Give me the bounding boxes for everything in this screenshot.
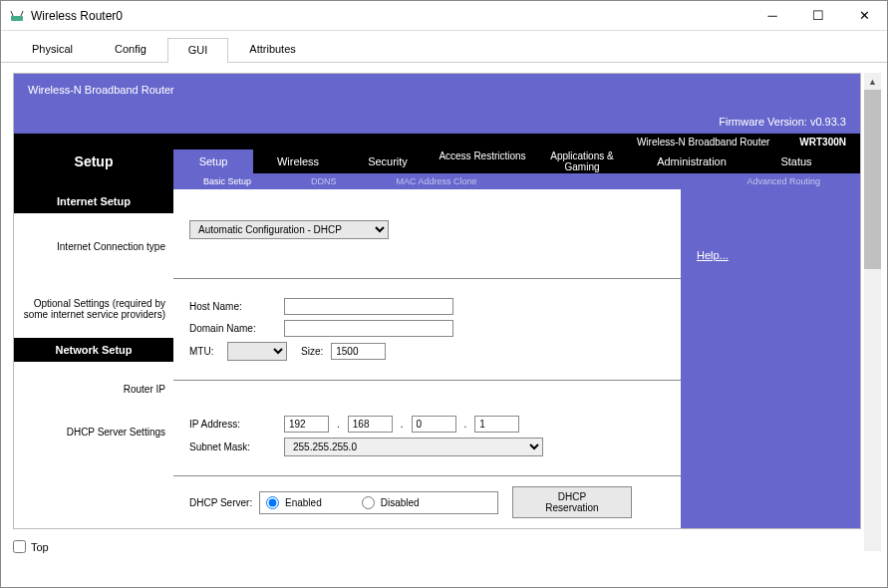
subnav-spacer bbox=[14, 173, 173, 189]
scroll-up-icon[interactable]: ▲ bbox=[864, 73, 881, 90]
ip-dot: . bbox=[464, 419, 467, 430]
tab-gui[interactable]: GUI bbox=[167, 38, 229, 63]
footer-bar: Top bbox=[13, 540, 49, 553]
nav-row: Setup Setup Wireless Security Access Res… bbox=[14, 149, 860, 173]
dhcp-disabled-radio[interactable] bbox=[362, 496, 375, 509]
maximize-button[interactable]: ☐ bbox=[795, 1, 841, 30]
subnav-tabs: Basic Setup DDNS MAC Address Clone Advan… bbox=[173, 173, 860, 189]
domain-name-input[interactable] bbox=[284, 320, 453, 337]
brand-label: Wireless-N Broadband Router bbox=[637, 137, 769, 147]
mtu-label: MTU: bbox=[189, 346, 227, 357]
ip-octet-1[interactable] bbox=[284, 416, 329, 433]
subnav-row: Basic Setup DDNS MAC Address Clone Advan… bbox=[14, 173, 860, 189]
help-link[interactable]: Help... bbox=[697, 249, 729, 261]
host-name-label: Host Name: bbox=[189, 301, 284, 312]
subnav-advanced[interactable]: Advanced Routing bbox=[717, 176, 860, 186]
host-name-input[interactable] bbox=[284, 298, 453, 315]
size-label: Size: bbox=[301, 346, 323, 357]
hdr-network-setup: Network Setup bbox=[14, 338, 173, 362]
ip-address-label: IP Address: bbox=[189, 419, 284, 430]
dhcp-server-label: DHCP Server: bbox=[189, 497, 259, 508]
close-button[interactable]: ✕ bbox=[841, 1, 887, 30]
content-area: ▲ Wireless-N Broadband Router Firmware V… bbox=[1, 63, 887, 561]
scrollbar[interactable]: ▲ bbox=[864, 73, 881, 551]
svg-line-2 bbox=[21, 11, 23, 16]
nav-section-label: Setup bbox=[14, 149, 173, 173]
dhcp-reservation-button[interactable]: DHCP Reservation bbox=[512, 486, 632, 518]
router-gui-panel: Wireless-N Broadband Router Firmware Ver… bbox=[13, 73, 861, 529]
dhcp-enabled-option[interactable]: Enabled bbox=[266, 496, 322, 509]
top-checkbox[interactable] bbox=[13, 540, 26, 553]
model-label: WRT300N bbox=[799, 137, 846, 147]
window-title: Wireless Router0 bbox=[31, 9, 749, 23]
lbl-internet-conn: Internet Connection type bbox=[14, 213, 173, 280]
help-column: Help... bbox=[681, 189, 860, 528]
top-checkbox-label: Top bbox=[31, 541, 49, 553]
nav-tab-status[interactable]: Status bbox=[751, 149, 841, 173]
scroll-thumb[interactable] bbox=[864, 90, 881, 269]
nav-tab-admin[interactable]: Administration bbox=[632, 149, 751, 173]
body-row: Internet Setup Internet Connection type … bbox=[14, 189, 860, 528]
subnav-basic[interactable]: Basic Setup bbox=[173, 176, 281, 186]
titlebar: Wireless Router0 ─ ☐ ✕ bbox=[1, 1, 887, 31]
lbl-dhcp-server: DHCP Server Settings bbox=[14, 417, 173, 447]
dhcp-radio-group: Enabled Disabled bbox=[259, 491, 498, 514]
form-column: Automatic Configuration - DHCP Host Name… bbox=[173, 189, 681, 528]
svg-rect-0 bbox=[11, 16, 23, 21]
size-input[interactable] bbox=[331, 343, 386, 360]
tab-config[interactable]: Config bbox=[94, 37, 167, 62]
ip-octet-4[interactable] bbox=[474, 416, 519, 433]
ip-octet-3[interactable] bbox=[412, 416, 456, 433]
subnav-mac[interactable]: MAC Address Clone bbox=[367, 176, 507, 186]
subnav-ddns[interactable]: DDNS bbox=[281, 176, 367, 186]
nav-tab-setup[interactable]: Setup bbox=[173, 149, 253, 173]
tab-physical[interactable]: Physical bbox=[11, 37, 94, 62]
window-controls: ─ ☐ ✕ bbox=[749, 1, 887, 30]
nav-tabs: Setup Wireless Security Access Restricti… bbox=[173, 149, 860, 173]
router-icon bbox=[9, 8, 25, 24]
ip-octet-2[interactable] bbox=[348, 416, 393, 433]
dhcp-enabled-radio[interactable] bbox=[266, 496, 279, 509]
banner-title: Wireless-N Broadband Router bbox=[28, 84, 846, 96]
nav-tab-apps[interactable]: Applications & Gaming bbox=[532, 149, 632, 173]
banner: Wireless-N Broadband Router Firmware Ver… bbox=[14, 74, 860, 134]
dhcp-disabled-option[interactable]: Disabled bbox=[362, 496, 420, 509]
lbl-optional: Optional Settings (required by some inte… bbox=[14, 280, 173, 338]
left-column: Internet Setup Internet Connection type … bbox=[14, 189, 173, 528]
lbl-router-ip: Router IP bbox=[14, 362, 173, 417]
model-bar: Wireless-N Broadband Router WRT300N bbox=[14, 134, 860, 149]
mtu-select[interactable] bbox=[227, 342, 287, 361]
nav-tab-wireless[interactable]: Wireless bbox=[253, 149, 343, 173]
tab-attributes[interactable]: Attributes bbox=[228, 37, 316, 62]
subnet-mask-select[interactable]: 255.255.255.0 bbox=[284, 438, 543, 456]
ip-dot: . bbox=[337, 419, 340, 430]
tab-strip: Physical Config GUI Attributes bbox=[1, 31, 887, 63]
minimize-button[interactable]: ─ bbox=[749, 1, 795, 30]
firmware-version: Firmware Version: v0.93.3 bbox=[719, 116, 846, 128]
nav-tab-security[interactable]: Security bbox=[343, 149, 433, 173]
hdr-internet-setup: Internet Setup bbox=[14, 189, 173, 213]
subnet-mask-label: Subnet Mask: bbox=[189, 441, 284, 452]
connection-type-select[interactable]: Automatic Configuration - DHCP bbox=[189, 220, 389, 239]
svg-line-1 bbox=[11, 11, 13, 16]
nav-tab-access[interactable]: Access Restrictions bbox=[433, 149, 532, 173]
domain-name-label: Domain Name: bbox=[189, 323, 284, 334]
ip-dot: . bbox=[401, 419, 404, 430]
